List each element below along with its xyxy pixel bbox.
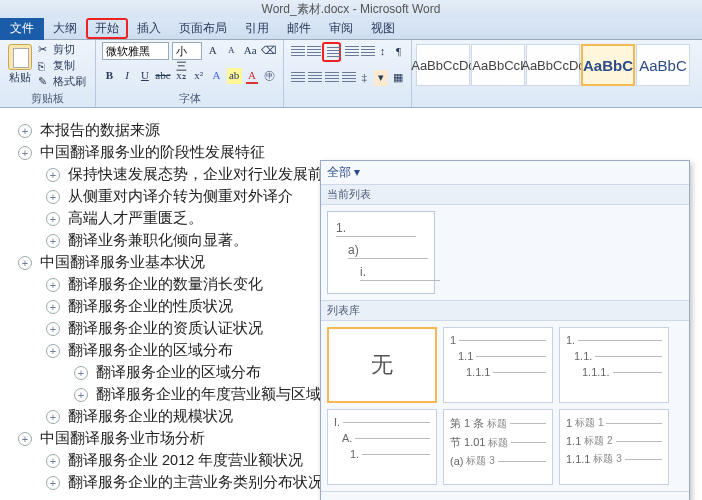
multilevel-list-dropdown: 全部 ▾ 当前列表 1. a) i. 列表库 无 1 1.1 1.1.1 1. … [320, 160, 690, 500]
outline-text: 翻译服务企业的主营业务类别分布状况 [68, 473, 323, 492]
text-effects-button[interactable]: A [209, 68, 224, 84]
align-right-button[interactable] [324, 71, 338, 85]
all-lists-selector[interactable]: 全部 ▾ [327, 164, 360, 181]
expand-icon[interactable]: + [46, 454, 60, 468]
line-spacing-button[interactable]: ‡ [357, 70, 371, 86]
style-heading1[interactable]: AaBbC [581, 44, 635, 86]
bullets-button[interactable] [290, 45, 303, 59]
outline-text: 高端人才严重匮乏。 [68, 209, 203, 228]
expand-icon[interactable]: + [18, 432, 32, 446]
paste-button[interactable]: 粘贴 [6, 42, 34, 87]
tab-file[interactable]: 文件 [0, 18, 44, 40]
style-2[interactable]: AaBbCcI [471, 44, 525, 86]
subscript-button[interactable]: x₂ [174, 68, 189, 84]
tab-insert[interactable]: 插入 [128, 18, 170, 39]
shading-button[interactable]: ▾ [374, 70, 388, 86]
shrink-font-button[interactable]: A [223, 43, 239, 59]
underline-button[interactable]: U [138, 68, 153, 84]
list-style-6[interactable]: 1标题 1 1.1标题 2 1.1.1标题 3 [559, 409, 669, 485]
strike-button[interactable]: abc [155, 68, 170, 84]
paste-icon [8, 44, 32, 70]
justify-button[interactable] [341, 71, 355, 85]
outline-text: 从侧重对内译介转为侧重对外译介 [68, 187, 293, 206]
ribbon: 粘贴 ✂剪切 ⎘复制 ✎格式刷 剪贴板 微软雅黑 小三 A A Aa ⌫ B I… [0, 40, 702, 108]
tab-outline[interactable]: 大纲 [44, 18, 86, 39]
font-color-button[interactable]: A [245, 68, 260, 84]
outline-text: 翻译服务企业的数量消长变化 [68, 275, 263, 294]
expand-icon[interactable]: + [46, 190, 60, 204]
expand-icon[interactable]: + [46, 300, 60, 314]
sort-button[interactable]: ↕ [376, 44, 389, 60]
window-title: Word_素材.docx - Microsoft Word [262, 1, 441, 18]
expand-icon[interactable]: + [18, 146, 32, 160]
align-left-button[interactable] [290, 71, 304, 85]
font-group-label: 字体 [102, 91, 277, 106]
outline-text: 翻译服务企业的资质认证状况 [68, 319, 263, 338]
outline-text: 翻译服务企业的区域分布 [68, 341, 233, 360]
grow-font-button[interactable]: A [205, 43, 221, 59]
tab-review[interactable]: 审阅 [320, 18, 362, 39]
tab-mailings[interactable]: 邮件 [278, 18, 320, 39]
tab-view[interactable]: 视图 [362, 18, 404, 39]
font-size-select[interactable]: 小三 [172, 42, 202, 60]
current-list-preview[interactable]: 1. a) i. [327, 211, 435, 294]
expand-icon[interactable]: + [46, 212, 60, 226]
borders-button[interactable]: ▦ [391, 70, 405, 86]
menubar: 文件 大纲 开始 插入 页面布局 引用 邮件 审阅 视图 [0, 18, 702, 40]
change-case-button[interactable]: Aa [242, 43, 258, 59]
font-name-select[interactable]: 微软雅黑 [102, 42, 169, 60]
change-list-level: 更改列表级别(L) [329, 496, 681, 500]
tab-home[interactable]: 开始 [86, 18, 128, 39]
clear-format-button[interactable]: ⌫ [261, 43, 277, 59]
expand-icon[interactable]: + [74, 388, 88, 402]
list-style-2[interactable]: 1 1.1 1.1.1 [443, 327, 553, 403]
style-3[interactable]: AaBbCcDc [526, 44, 580, 86]
expand-icon[interactable]: + [18, 256, 32, 270]
scissors-icon: ✂ [38, 44, 50, 56]
list-library-label: 列表库 [321, 300, 689, 321]
style-heading2[interactable]: AaBbC [636, 44, 690, 86]
list-style-3[interactable]: 1. 1.1. 1.1.1. [559, 327, 669, 403]
outline-text: 翻译服务企业的性质状况 [68, 297, 233, 316]
copy-button[interactable]: ⎘复制 [38, 58, 86, 73]
expand-icon[interactable]: + [46, 476, 60, 490]
increase-indent-button[interactable] [360, 45, 373, 59]
outline-text: 中国翻译服务业基本状况 [40, 253, 205, 272]
expand-icon[interactable]: + [46, 168, 60, 182]
superscript-button[interactable]: x² [191, 68, 206, 84]
document-area[interactable]: +本报告的数据来源+中国翻译服务业的阶段性发展特征+保持快速发展态势，企业对行业… [0, 108, 702, 500]
format-painter-button[interactable]: ✎格式刷 [38, 74, 86, 89]
current-list-label: 当前列表 [321, 184, 689, 205]
decrease-indent-button[interactable] [344, 45, 357, 59]
style-normal[interactable]: AaBbCcDc [416, 44, 470, 86]
outline-text: 本报告的数据来源 [40, 121, 160, 140]
paragraph-group-label [290, 94, 405, 106]
multilevel-list-button[interactable] [322, 42, 341, 62]
cut-button[interactable]: ✂剪切 [38, 42, 86, 57]
expand-icon[interactable]: + [46, 234, 60, 248]
expand-icon[interactable]: + [46, 344, 60, 358]
outline-item[interactable]: +本报告的数据来源 [18, 121, 702, 140]
expand-icon[interactable]: + [74, 366, 88, 380]
expand-icon[interactable]: + [18, 124, 32, 138]
bold-button[interactable]: B [102, 68, 117, 84]
brush-icon: ✎ [38, 76, 50, 88]
expand-icon[interactable]: + [46, 322, 60, 336]
list-style-none[interactable]: 无 [327, 327, 437, 403]
enclose-button[interactable]: ㊥ [262, 68, 277, 84]
tab-references[interactable]: 引用 [236, 18, 278, 39]
highlight-button[interactable]: ab [227, 68, 242, 84]
expand-icon[interactable]: + [46, 410, 60, 424]
pilcrow-button[interactable]: ¶ [392, 44, 405, 60]
copy-icon: ⎘ [38, 60, 50, 72]
list-style-4[interactable]: I. A. 1. [327, 409, 437, 485]
expand-icon[interactable]: + [46, 278, 60, 292]
numbering-button[interactable] [306, 45, 319, 59]
italic-button[interactable]: I [120, 68, 135, 84]
list-style-5[interactable]: 第 1 条标题 节 1.01标题 (a)标题 3 [443, 409, 553, 485]
tab-layout[interactable]: 页面布局 [170, 18, 236, 39]
outline-text: 中国翻译服务业的阶段性发展特征 [40, 143, 265, 162]
styles-gallery: AaBbCcDc AaBbCcI AaBbCcDc AaBbC AaBbC [412, 40, 702, 107]
outline-text: 翻译业务兼职化倾向显著。 [68, 231, 248, 250]
align-center-button[interactable] [307, 71, 321, 85]
